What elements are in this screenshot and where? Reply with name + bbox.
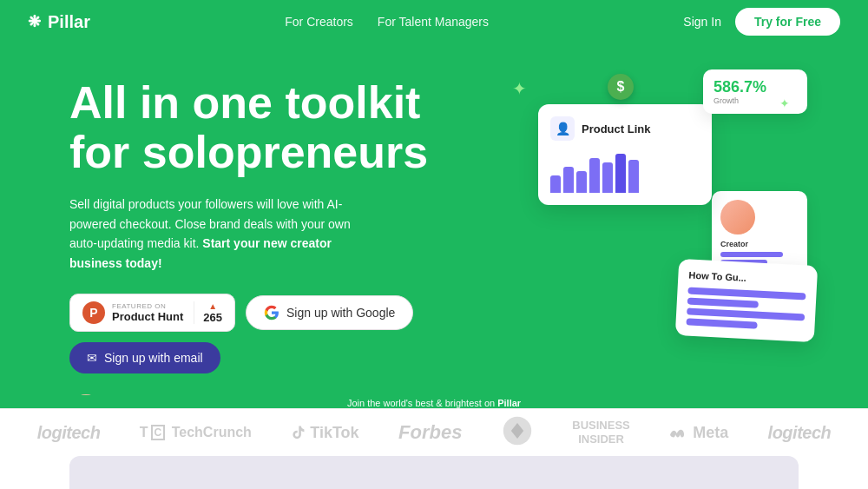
brand-logitech-2: logitech (768, 423, 832, 443)
ph-name: Product Hunt (112, 310, 183, 323)
bottom-section (69, 456, 799, 489)
navbar: ❋ Pillar For Creators For Talent Manager… (0, 0, 868, 43)
logo[interactable]: ❋ Pillar (28, 12, 90, 32)
profile-line-1 (720, 252, 783, 257)
nav-for-creators[interactable]: For Creators (285, 15, 353, 29)
stats-card: 586.7% Growth (703, 69, 807, 114)
nav-for-talent[interactable]: For Talent Managers (378, 15, 489, 29)
hero-mockup: ✦ ✦ 👤 Product Link 586.7% Growth (486, 69, 816, 365)
join-pillar-brand: Pillar (497, 398, 521, 408)
google-icon (264, 305, 279, 320)
dollar-icon: $ (608, 74, 634, 100)
logo-icon: ❋ (28, 12, 41, 31)
guide-line-4 (686, 318, 757, 328)
chart-bar-1 (550, 175, 561, 193)
brand-business-insider: BUSINESSINSIDER (572, 419, 629, 446)
guide-line-2 (687, 297, 759, 307)
profile-name: Creator (720, 240, 799, 248)
email-signup-button[interactable]: ✉ Sign up with email (69, 342, 220, 373)
chart-bar-2 (563, 167, 574, 193)
chart-bar-6 (615, 154, 626, 193)
chart-bar-7 (628, 160, 639, 193)
ph-number: 265 (203, 311, 222, 324)
try-for-free-button[interactable]: Try for Free (735, 8, 840, 36)
guide-card: How To Gu... (675, 259, 818, 342)
product-hunt-text: FEATURED ON Product Hunt (112, 302, 183, 323)
product-hunt-icon: P (82, 301, 105, 324)
sparkle-icon-2: ✦ (779, 96, 790, 111)
brands-bar: logitech TC TechCrunch TikTok Forbes BUS… (0, 408, 868, 456)
nav-actions: Sign In Try for Free (683, 8, 840, 36)
chart-bar-3 (576, 171, 587, 193)
brand-logitech-1: logitech (37, 423, 101, 443)
nav-links: For Creators For Talent Managers (285, 15, 489, 29)
email-icon: ✉ (87, 351, 97, 365)
card-title: Product Link (582, 122, 650, 135)
google-signup-button[interactable]: Sign up with Google (246, 295, 413, 330)
ph-featured-label: FEATURED ON (112, 302, 183, 310)
join-text: Join the world's best & brightest on (347, 398, 495, 408)
google-btn-label: Sign up with Google (286, 306, 395, 320)
ph-count: ▲ 265 (194, 301, 222, 324)
signin-link[interactable]: Sign In (683, 15, 721, 29)
guide-title: How To Gu... (688, 269, 806, 286)
guide-lines (686, 287, 806, 331)
brand-meta: Meta (669, 424, 728, 442)
stat-number: 586.7% (713, 78, 797, 96)
hero-buttons: P FEATURED ON Product Hunt ▲ 265 (69, 294, 486, 373)
hero-left: All in one toolkit for solopreneurs Sell… (69, 78, 486, 408)
brand-forbes: Forbes (398, 421, 462, 444)
sparkle-icon-1: ✦ (512, 78, 527, 99)
product-link-card: 👤 Product Link (538, 104, 712, 205)
logo-text: Pillar (48, 12, 90, 32)
chart-bar-4 (589, 158, 600, 193)
email-btn-label: Sign up with email (104, 351, 203, 365)
card-header: 👤 Product Link (550, 116, 700, 141)
card-chart (550, 149, 700, 193)
ph-arrow-icon: ▲ (208, 301, 217, 311)
hero-title: All in one toolkit for solopreneurs (69, 78, 486, 177)
card-icon: 👤 (550, 116, 575, 141)
brand-patriots (502, 415, 533, 450)
profile-avatar (720, 200, 755, 235)
hero-description: Sell digital products your followers wil… (69, 195, 365, 273)
chart-bar-5 (602, 162, 613, 193)
brand-tiktok: TikTok (291, 424, 358, 442)
hero-section: All in one toolkit for solopreneurs Sell… (0, 43, 868, 408)
product-hunt-badge[interactable]: P FEATURED ON Product Hunt ▲ 265 (69, 294, 235, 332)
brand-techcrunch: TC TechCrunch (140, 425, 252, 440)
